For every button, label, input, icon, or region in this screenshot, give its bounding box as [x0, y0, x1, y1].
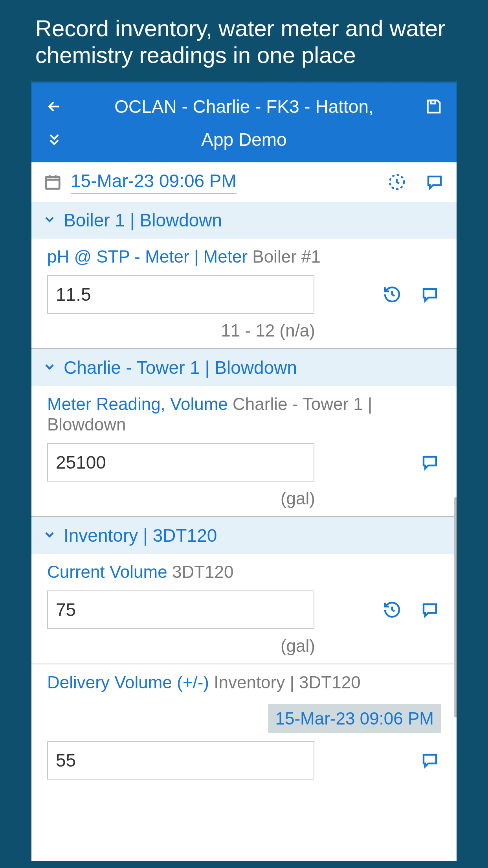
field-sublabel: 3DT120 [172, 562, 234, 581]
meter-reading-input[interactable]: 25100 [47, 443, 314, 482]
comment-button[interactable] [424, 171, 446, 193]
section-header-boiler1[interactable]: Boiler 1 | Blowdown [31, 202, 457, 239]
section-title: Inventory | 3DT120 [64, 525, 217, 546]
app-frame: OCLAN - Charlie - FK3 - Hatton, App Demo… [31, 81, 457, 861]
field-unit: (gal) [47, 636, 441, 656]
delivery-volume-input[interactable]: 55 [47, 741, 314, 780]
save-button[interactable] [422, 95, 446, 118]
comment-icon [420, 600, 439, 619]
history-icon [383, 600, 402, 619]
svg-rect-0 [431, 101, 435, 104]
field-label: Delivery Volume (+/-) [47, 673, 209, 692]
comment-button[interactable] [419, 283, 441, 305]
field-label: pH @ STP - Meter | Meter [47, 247, 248, 266]
date-value[interactable]: 15-Mar-23 09:06 PM [71, 170, 237, 194]
chevron-down-icon [42, 210, 57, 231]
subheader-title: App Demo [66, 129, 446, 150]
gradient-bar [31, 81, 457, 84]
field-sublabel: Boiler #1 [252, 247, 321, 266]
field-ph-stp: pH @ STP - Meter | Meter Boiler #1 11.5 … [31, 239, 457, 349]
current-volume-input[interactable]: 75 [47, 590, 314, 629]
field-label: Meter Reading, Volume [47, 394, 228, 414]
section-header-inventory[interactable]: Inventory | 3DT120 [31, 517, 457, 554]
schedule-button[interactable] [386, 171, 408, 193]
field-current-volume: Current Volume 3DT120 75 (gal) [31, 554, 457, 664]
section-header-tower1[interactable]: Charlie - Tower 1 | Blowdown [31, 349, 457, 386]
history-button[interactable] [381, 599, 403, 621]
calendar-icon[interactable] [42, 172, 63, 192]
history-button[interactable] [381, 283, 403, 305]
field-label: Current Volume [47, 562, 167, 581]
arrow-left-icon [46, 98, 63, 115]
comment-icon [420, 751, 439, 770]
comment-icon [420, 285, 439, 304]
save-icon [425, 97, 443, 116]
app-subheader: App Demo [31, 128, 457, 162]
field-delivery-volume: Delivery Volume (+/-) Inventory | 3DT120… [31, 664, 457, 787]
clock-dashed-icon [387, 173, 406, 191]
comment-icon [420, 453, 439, 472]
chevron-down-icon [42, 357, 57, 378]
section-title: Charlie - Tower 1 | Blowdown [64, 357, 297, 378]
ph-input[interactable]: 11.5 [47, 275, 314, 314]
promo-caption: Record inventory, water meter and water … [0, 0, 488, 81]
section-title: Boiler 1 | Blowdown [64, 210, 222, 231]
scrollbar[interactable] [454, 497, 457, 717]
header-title: OCLAN - Charlie - FK3 - Hatton, [66, 96, 422, 117]
field-sublabel: Inventory | 3DT120 [214, 673, 360, 692]
field-meter-reading: Meter Reading, Volume Charlie - Tower 1 … [31, 386, 457, 517]
app-header: OCLAN - Charlie - FK3 - Hatton, [31, 84, 457, 128]
chevron-down-icon [42, 525, 57, 546]
comment-button[interactable] [419, 749, 441, 771]
field-unit: (gal) [47, 489, 441, 508]
history-icon [383, 285, 402, 304]
comment-button[interactable] [419, 599, 441, 621]
double-chevron-down-icon [46, 132, 62, 147]
svg-rect-1 [46, 177, 60, 189]
date-row: 15-Mar-23 09:06 PM [31, 162, 457, 202]
comment-button[interactable] [419, 451, 441, 473]
comment-icon [425, 173, 444, 191]
delivery-timestamp[interactable]: 15-Mar-23 09:06 PM [268, 704, 441, 733]
field-unit: 11 - 12 (n/a) [47, 321, 441, 340]
back-button[interactable] [42, 95, 66, 118]
collapse-all-button[interactable] [42, 128, 66, 151]
